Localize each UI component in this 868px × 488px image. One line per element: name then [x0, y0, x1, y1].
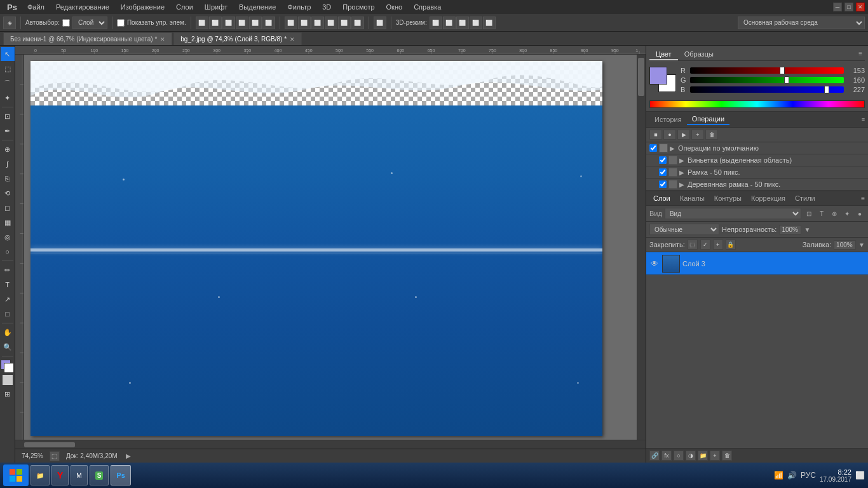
move-tool-options[interactable]: ◈	[3, 17, 16, 29]
3d-rotate-icon[interactable]: ⬜	[430, 17, 442, 29]
lock-all-icon[interactable]: +	[713, 240, 723, 250]
fg-bg-colors[interactable]	[1, 360, 15, 374]
dodge-tool[interactable]: ○	[1, 245, 15, 259]
close-btn[interactable]: ✕	[856, 3, 865, 11]
zoom-status-icon[interactable]: ⬚	[50, 451, 60, 461]
ops-item-3-check[interactable]	[659, 180, 667, 188]
align-bottom-icon[interactable]: ⬜	[262, 17, 275, 29]
adjustment-layer-btn[interactable]: ◑	[686, 451, 696, 461]
ops-group-check[interactable]	[649, 144, 657, 152]
h-scrollbar-thumb[interactable]	[24, 442, 75, 447]
opacity-input[interactable]	[779, 225, 801, 234]
clone-tool[interactable]: ⎘	[1, 172, 15, 186]
tab-1[interactable]: bg_2.jpg @ 74,3% (Слой 3, RGB/8) * ✕	[173, 32, 302, 45]
crop-tool[interactable]: ⊡	[1, 109, 15, 123]
menu-filter[interactable]: Фильтр	[282, 2, 316, 12]
layers-filter-select[interactable]: Вид	[665, 208, 801, 219]
show-desktop-icon[interactable]: ⬜	[855, 471, 865, 480]
fill-input[interactable]	[834, 240, 856, 250]
ops-item-2-check[interactable]	[659, 168, 667, 176]
menu-layers[interactable]: Слои	[171, 2, 198, 12]
3d-slide-icon[interactable]: ⬜	[470, 17, 482, 29]
taskbar-app4[interactable]: S	[90, 465, 109, 485]
v-scrollbar-thumb[interactable]	[638, 58, 644, 96]
align-center-icon[interactable]: ⬜	[209, 17, 222, 29]
brush-tool[interactable]: ∫	[1, 157, 15, 171]
layers-filter-icon3[interactable]: ⊕	[829, 208, 839, 219]
fill-stepper[interactable]: ▼	[858, 241, 865, 248]
screen-mode[interactable]: ⊞	[1, 387, 15, 401]
ops-item-1-check[interactable]	[659, 156, 667, 164]
image-canvas[interactable]	[31, 61, 602, 436]
tray-network-icon[interactable]: 📶	[774, 471, 783, 480]
start-button[interactable]	[3, 464, 29, 486]
vertical-scrollbar[interactable]	[637, 55, 646, 440]
layers-tab-adjustments[interactable]: Коррекция	[747, 193, 789, 203]
dist-bottom-icon[interactable]: ⬜	[351, 17, 364, 29]
link-layers-btn[interactable]: 🔗	[649, 451, 660, 461]
dist-center-icon[interactable]: ⬜	[298, 17, 311, 29]
3d-icon[interactable]: ⬜	[374, 17, 386, 29]
tab-0[interactable]: Без имени-1 @ 66,7% (Индексированные цве…	[3, 32, 172, 45]
taskbar-app3[interactable]: M	[71, 465, 87, 485]
path-select-tool[interactable]: ↗	[1, 292, 15, 306]
layers-filter-icon2[interactable]: T	[817, 208, 827, 219]
ops-group-expand[interactable]: ▶	[670, 145, 675, 152]
ops-item-1-expand[interactable]: ▶	[679, 157, 684, 164]
autoselect-checkbox[interactable]	[62, 19, 70, 27]
layer-vis-0[interactable]: 👁	[649, 259, 660, 269]
ops-tab-operations[interactable]: Операции	[687, 114, 729, 125]
ops-delete-btn[interactable]: 🗑	[705, 130, 718, 140]
ops-panel-menu[interactable]: ≡	[862, 116, 865, 123]
menu-edit[interactable]: Редактирование	[51, 2, 114, 12]
layers-filter-icon1[interactable]: ⊡	[804, 208, 814, 219]
pen-tool[interactable]: ✏	[1, 263, 15, 277]
layers-filter-icon4[interactable]: ✦	[842, 208, 852, 219]
ops-item-2-expand[interactable]: ▶	[679, 169, 684, 176]
color-tab-color[interactable]: Цвет	[649, 49, 678, 60]
move-tool[interactable]: ↖	[1, 47, 15, 61]
quick-mask-icon[interactable]	[3, 375, 13, 385]
show-controls-checkbox[interactable]	[117, 19, 125, 27]
foreground-color-swatch[interactable]	[649, 67, 667, 85]
color-tab-swatches[interactable]: Образцы	[678, 49, 720, 60]
blue-thumb[interactable]	[824, 86, 829, 93]
align-middle-icon[interactable]: ⬜	[249, 17, 262, 29]
red-thumb[interactable]	[780, 67, 785, 74]
ops-record-btn[interactable]: ●	[663, 130, 676, 140]
tray-volume-icon[interactable]: 🔊	[787, 471, 797, 480]
canvas-area[interactable]	[24, 55, 637, 440]
layer-item-0[interactable]: 👁 Слой 3	[646, 252, 868, 275]
layers-tab-channels[interactable]: Каналы	[676, 193, 709, 203]
gradient-tool[interactable]: ▦	[1, 215, 15, 229]
red-track[interactable]	[690, 67, 844, 74]
lasso-tool[interactable]: ⌒	[1, 76, 15, 90]
ops-item-3-expand[interactable]: ▶	[679, 181, 684, 188]
layers-panel-menu[interactable]: ≡	[861, 195, 865, 202]
color-panel-menu[interactable]: ≡	[856, 49, 865, 60]
menu-window[interactable]: Окно	[381, 2, 408, 12]
lock-pixels-icon[interactable]: ⬚	[688, 240, 698, 250]
ops-play-btn[interactable]: ▶	[677, 130, 690, 140]
menu-help[interactable]: Справка	[409, 2, 446, 12]
dist-top-icon[interactable]: ⬜	[325, 17, 337, 29]
dist-right-icon[interactable]: ⬜	[311, 17, 324, 29]
horizontal-scrollbar[interactable]	[15, 440, 646, 449]
status-arrow[interactable]: ▶	[124, 452, 133, 461]
green-thumb[interactable]	[784, 76, 789, 84]
delete-layer-btn[interactable]: 🗑	[722, 451, 732, 461]
color-spectrum-bar[interactable]	[649, 100, 865, 108]
menu-view[interactable]: Просмотр	[337, 2, 379, 12]
3d-pan-icon[interactable]: ⬜	[456, 17, 469, 29]
blue-track[interactable]	[690, 86, 844, 93]
blend-mode-select[interactable]: Обычные	[649, 224, 719, 235]
align-right-icon[interactable]: ⬜	[222, 17, 235, 29]
menu-font[interactable]: Шрифт	[200, 2, 233, 12]
taskbar-explorer[interactable]: 📁	[31, 465, 50, 485]
layers-tab-layers[interactable]: Слои	[649, 193, 674, 203]
maximize-btn[interactable]: □	[844, 3, 853, 11]
taskbar-photoshop[interactable]: Ps	[111, 465, 130, 485]
blur-tool[interactable]: ◎	[1, 230, 15, 244]
dist-left-icon[interactable]: ⬜	[285, 17, 297, 29]
layers-filter-toggle[interactable]: ●	[855, 208, 865, 219]
